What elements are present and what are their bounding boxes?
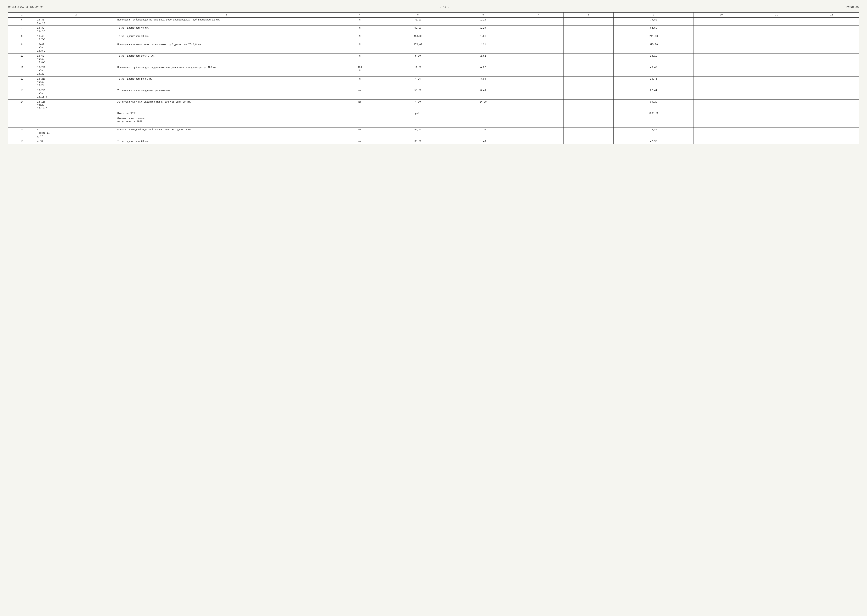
cell-5-col-8 bbox=[563, 65, 614, 77]
cell-101-col-1: 16 bbox=[8, 139, 36, 144]
col-header-6: 6 bbox=[453, 13, 513, 17]
cell-8-col-6: 24,80 bbox=[453, 99, 513, 111]
header-left: ТП 211-1-307.85 СМ. АЛ.ЛП bbox=[8, 6, 42, 8]
summary-cell-2 bbox=[36, 111, 116, 116]
cell-4-col-7 bbox=[513, 53, 564, 65]
cell-7-col-2: 18-229 табл. 18.15-5 bbox=[36, 88, 116, 99]
header-right: 20381-07 bbox=[846, 6, 859, 9]
cell-1-col-4: М bbox=[337, 26, 383, 34]
header-center: - 59 - bbox=[440, 6, 449, 9]
cell-8-col-9: 99,20 bbox=[614, 99, 694, 111]
cell-0-col-7 bbox=[513, 17, 564, 26]
cell-3-col-5: 170,00 bbox=[383, 42, 453, 53]
cell-101-col-11 bbox=[749, 139, 804, 144]
cell-4-col-3: То же, диаметром 89х3,0 мм. bbox=[116, 53, 337, 65]
summary-cell-4 bbox=[337, 111, 383, 116]
cell-5-col-4: 100 М bbox=[337, 65, 383, 77]
cell-4-col-4: М bbox=[337, 53, 383, 65]
cell-3-col-10 bbox=[694, 42, 749, 53]
table-row: 916-67 табл. 16.8-2Прокладка стальных эл… bbox=[8, 42, 859, 53]
main-table: 1 2 3 4 5 6 7 8 9 10 11 12 616-38 16.7-1… bbox=[8, 13, 859, 144]
col-header-5: 5 bbox=[383, 13, 453, 17]
materials-cell-5 bbox=[383, 116, 453, 127]
materials-cell-8 bbox=[563, 116, 614, 127]
cell-7-col-3: Установка кранов воздушных радиаторных. bbox=[116, 88, 337, 99]
cell-100-col-2: ССП -часть-II д.97 bbox=[36, 127, 116, 139]
cell-4-col-5: 5,00 bbox=[383, 53, 453, 65]
table-row: 1418-118 табл. 18.12-2Установка чугунных… bbox=[8, 99, 859, 111]
cell-4-col-2: 16-68 табл. 16.8-3 bbox=[36, 53, 116, 65]
table-row: 1318-229 табл. 18.15-5Установка кранов в… bbox=[8, 88, 859, 99]
cell-8-col-5: 4,00 bbox=[383, 99, 453, 111]
cell-101-col-7 bbox=[513, 139, 564, 144]
table-row: 1016-68 табл. 16.8-3То же, диаметром 89х… bbox=[8, 53, 859, 65]
cell-100-col-10 bbox=[694, 127, 749, 139]
table-row: 1216-219 табл. 16.22То же, диаметром до … bbox=[8, 77, 859, 88]
table-row: 1116-220 табл. 16.22Испытание трубопрово… bbox=[8, 65, 859, 77]
cell-2-col-8 bbox=[563, 34, 614, 42]
materials-cell-4 bbox=[337, 116, 383, 127]
cell-3-col-12 bbox=[804, 42, 859, 53]
summary-cell-3: Итого по ЕРЕР bbox=[116, 111, 337, 116]
cell-2-col-2: 16-40 16.7-2 bbox=[36, 34, 116, 42]
cell-0-col-12 bbox=[804, 17, 859, 26]
cell-3-col-4: М bbox=[337, 42, 383, 53]
cell-2-col-9: 241,50 bbox=[614, 34, 694, 42]
col-header-8: 8 bbox=[563, 13, 614, 17]
cell-0-col-8 bbox=[563, 17, 614, 26]
col-header-9: 9 bbox=[614, 13, 694, 17]
cell-101-col-5: 30,00 bbox=[383, 139, 453, 144]
cell-1-col-6: 1,29 bbox=[453, 26, 513, 34]
cell-5-col-1: 11 bbox=[8, 65, 36, 77]
cell-8-col-10 bbox=[694, 99, 749, 111]
cell-0-col-10 bbox=[694, 17, 749, 26]
cell-3-col-8 bbox=[563, 42, 614, 53]
materials-label-row: Стоимость материалов, не учтенных в ЕРЕР… bbox=[8, 116, 859, 127]
cell-2-col-11 bbox=[749, 34, 804, 42]
cell-3-col-3: Прокладка стальных электросварочных труб… bbox=[116, 42, 337, 53]
cell-2-col-3: То же, диаметром 50 мм. bbox=[116, 34, 337, 42]
cell-1-col-7 bbox=[513, 26, 564, 34]
cell-1-col-5: 50,00 bbox=[383, 26, 453, 34]
cell-6-col-9: 16,75 bbox=[614, 77, 694, 88]
cell-101-col-3: То же, диаметром 20 мм. bbox=[116, 139, 337, 144]
cell-100-col-3: Вентиль проходной муфтовый марки 15кч 18… bbox=[116, 127, 337, 139]
summary-cell-9: 7083,26 bbox=[614, 111, 694, 116]
materials-cell-6 bbox=[453, 116, 513, 127]
cell-0-col-1: 6 bbox=[8, 17, 36, 26]
cell-1-col-2: 16-39 16.7-1 bbox=[36, 26, 116, 34]
cell-100-col-6: 1,20 bbox=[453, 127, 513, 139]
cell-100-col-11 bbox=[749, 127, 804, 139]
cell-101-col-8 bbox=[563, 139, 614, 144]
cell-2-col-5: 150,00 bbox=[383, 34, 453, 42]
cell-5-col-10 bbox=[694, 65, 749, 77]
summary-cell-12 bbox=[804, 111, 859, 116]
summary-row: Итого по ЕРЕРруб.7083,26 bbox=[8, 111, 859, 116]
cell-8-col-11 bbox=[749, 99, 804, 111]
summary-cell-1 bbox=[8, 111, 36, 116]
page-header: ТП 211-1-307.85 СМ. АЛ.ЛП - 59 - 20381-0… bbox=[8, 6, 859, 9]
materials-cell-10 bbox=[694, 116, 749, 127]
cell-1-col-1: 7 bbox=[8, 26, 36, 34]
cell-7-col-12 bbox=[804, 88, 859, 99]
cell-4-col-1: 10 bbox=[8, 53, 36, 65]
cell-8-col-12 bbox=[804, 99, 859, 111]
cell-2-col-6: 1,61 bbox=[453, 34, 513, 42]
cell-3-col-9: 375,70 bbox=[614, 42, 694, 53]
cell-3-col-11 bbox=[749, 42, 804, 53]
cell-0-col-5: 70,00 bbox=[383, 17, 453, 26]
col-header-1: 1 bbox=[8, 13, 36, 17]
cell-8-col-4: шт bbox=[337, 99, 383, 111]
cell-6-col-12 bbox=[804, 77, 859, 88]
cell-100-col-9: 76,80 bbox=[614, 127, 694, 139]
cell-0-col-2: 16-38 16.7-1 bbox=[36, 17, 116, 26]
cell-4-col-9: 13,10 bbox=[614, 53, 694, 65]
col-header-11: 11 bbox=[749, 13, 804, 17]
cell-7-col-8 bbox=[563, 88, 614, 99]
cell-3-col-6: 2,21 bbox=[453, 42, 513, 53]
cell-8-col-7 bbox=[513, 99, 564, 111]
cell-6-col-8 bbox=[563, 77, 614, 88]
cell-5-col-3: Испытание трубопроводов гидравлическим д… bbox=[116, 65, 337, 77]
cell-3-col-2: 16-67 табл. 16.8-2 bbox=[36, 42, 116, 53]
cell-4-col-6: 2,62 bbox=[453, 53, 513, 65]
